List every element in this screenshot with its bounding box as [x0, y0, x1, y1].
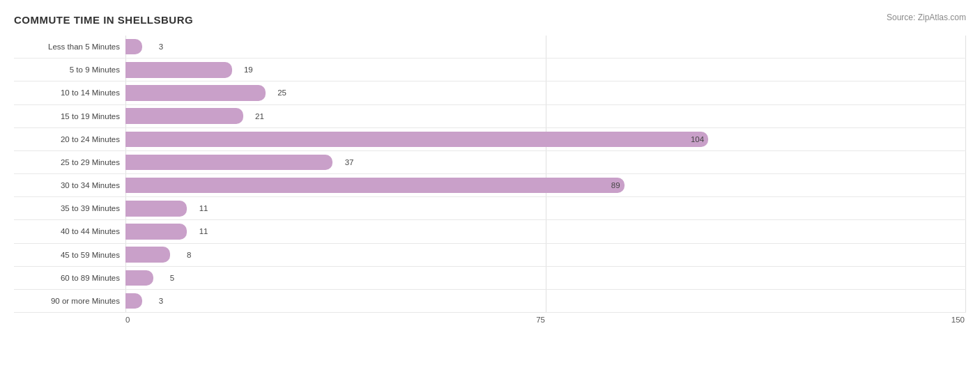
bar-fill: 11	[125, 201, 187, 217]
x-tick: 150	[951, 316, 965, 324]
bar-value: 89	[611, 181, 620, 189]
bar-row: 90 or more Minutes3	[14, 290, 966, 313]
bar-track: 104	[125, 128, 966, 150]
bar-track: 8	[125, 244, 966, 266]
bar-fill: 3	[125, 39, 142, 55]
bar-row: Less than 5 Minutes3	[14, 36, 966, 59]
bar-track: 19	[125, 59, 966, 81]
bar-value: 8	[187, 251, 191, 259]
source-label: Source: ZipAtlas.com	[887, 13, 966, 22]
bar-label: 60 to 89 Minutes	[14, 274, 125, 282]
bar-track: 11	[125, 197, 966, 219]
bar-value: 19	[244, 65, 253, 74]
bar-label: 30 to 34 Minutes	[14, 181, 125, 189]
bars-section: Less than 5 Minutes35 to 9 Minutes1910 t…	[14, 36, 966, 313]
bar-label: 90 or more Minutes	[14, 297, 125, 305]
bar-label: 40 to 44 Minutes	[14, 227, 125, 235]
bar-label: 10 to 14 Minutes	[14, 88, 125, 97]
bar-label: 25 to 29 Minutes	[14, 158, 125, 166]
bar-value: 11	[199, 227, 208, 235]
bar-value: 5	[170, 274, 174, 282]
bar-track: 5	[125, 267, 966, 289]
chart-title: COMMUTE TIME IN SHELLSBURG	[14, 14, 966, 26]
bar-label: Less than 5 Minutes	[14, 42, 125, 51]
bar-value: 37	[345, 158, 354, 166]
bar-label: 35 to 39 Minutes	[14, 204, 125, 212]
bar-row: 60 to 89 Minutes5	[14, 267, 966, 290]
chart-area: Less than 5 Minutes35 to 9 Minutes1910 t…	[14, 36, 966, 324]
bar-label: 15 to 19 Minutes	[14, 112, 125, 121]
bar-track: 37	[125, 151, 966, 173]
bar-track: 21	[125, 105, 966, 127]
bar-fill: 37	[125, 155, 332, 171]
x-tick: 0	[125, 316, 130, 324]
bar-value: 21	[255, 112, 264, 121]
bar-track: 25	[125, 81, 966, 104]
bar-track: 3	[125, 36, 966, 58]
bar-label: 45 to 59 Minutes	[14, 251, 125, 259]
bar-row: 10 to 14 Minutes25	[14, 81, 966, 104]
bar-fill: 25	[125, 85, 266, 101]
bar-row: 35 to 39 Minutes11	[14, 197, 966, 220]
bar-value: 25	[277, 88, 286, 97]
bar-value: 104	[691, 135, 704, 143]
bar-row: 15 to 19 Minutes21	[14, 105, 966, 128]
bar-label: 20 to 24 Minutes	[14, 135, 125, 143]
chart-container: COMMUTE TIME IN SHELLSBURG Source: ZipAt…	[0, 0, 980, 365]
bar-fill: 104	[125, 132, 708, 148]
bar-fill: 89	[125, 178, 625, 194]
x-axis: 075150	[125, 316, 966, 324]
bar-fill: 3	[125, 293, 142, 309]
bar-track: 89	[125, 174, 966, 196]
bar-fill: 8	[125, 247, 170, 263]
bar-row: 5 to 9 Minutes19	[14, 59, 966, 81]
bar-row: 40 to 44 Minutes11	[14, 220, 966, 243]
bar-row: 30 to 34 Minutes89	[14, 174, 966, 197]
bar-track: 3	[125, 290, 966, 312]
bar-fill: 19	[125, 62, 232, 78]
bar-row: 25 to 29 Minutes37	[14, 151, 966, 174]
bar-value: 11	[199, 204, 208, 212]
x-tick: 75	[536, 316, 545, 324]
bar-value: 3	[159, 42, 163, 51]
bar-fill: 5	[125, 270, 153, 286]
bar-track: 11	[125, 220, 966, 242]
bar-fill: 11	[125, 224, 187, 240]
bar-label: 5 to 9 Minutes	[14, 65, 125, 74]
bar-fill: 21	[125, 108, 243, 124]
bar-value: 3	[159, 297, 163, 305]
bar-row: 45 to 59 Minutes8	[14, 244, 966, 267]
bar-row: 20 to 24 Minutes104	[14, 128, 966, 151]
